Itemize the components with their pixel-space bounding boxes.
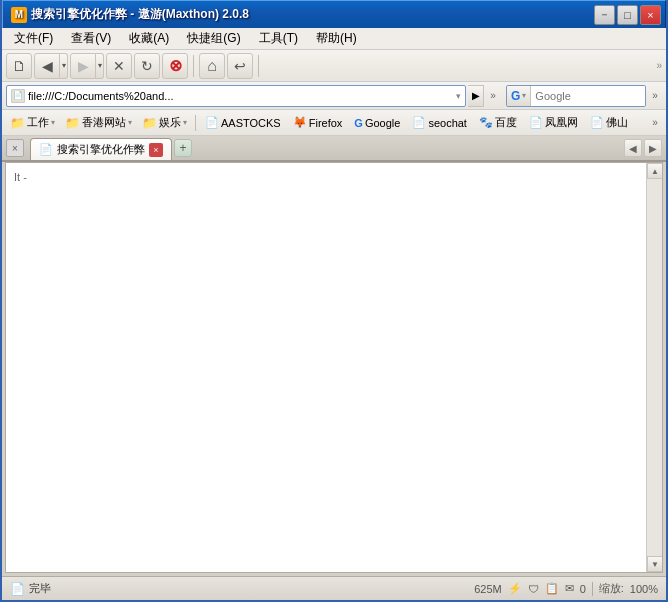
menu-bar: 文件(F) 查看(V) 收藏(A) 快捷组(G) 工具(T) 帮助(H) [2,28,666,50]
content-area: It - ▲ ▼ [5,162,663,573]
toolbar-separator-2 [258,55,259,77]
bookmark-firefox[interactable]: 🦊 Firefox [288,114,348,131]
security-icon: 🛡 [528,583,539,595]
title-bar-text: M 搜索引擎优化作弊 - 遨游(Maxthon) 2.0.8 [7,6,249,23]
address-bar-row: 📄 file:///C:/Documents%20and... ▾ ▶ » G … [2,82,666,110]
status-bar: 📄 完毕 625M ⚡ 🛡 📋 ✉ 0 缩放: 100% [2,576,666,600]
address-text: file:///C:/Documents%20and... [28,90,454,102]
folder-icon-hk: 📁 [65,116,80,130]
stop-button[interactable]: ✕ [106,53,132,79]
bm-separator [195,115,196,131]
bookmark-folder-entertainment[interactable]: 📁 娱乐 ▾ [138,113,191,132]
bookmark-ifeng[interactable]: 📄 凤凰网 [524,113,583,132]
menu-view[interactable]: 查看(V) [63,28,119,49]
maximize-button[interactable]: □ [617,5,638,25]
bookmark-seochat[interactable]: 📄 seochat [407,114,472,131]
mail-icon: ✉ [565,582,574,595]
bookmark-folder-work[interactable]: 📁 工作 ▾ [6,113,59,132]
close-button[interactable]: × [640,5,661,25]
aastocks-icon: 📄 [205,116,219,129]
status-right-area: 625M ⚡ 🛡 📋 ✉ 0 缩放: 100% [474,581,658,596]
back-button[interactable]: ◀ [34,53,60,79]
google-bookmark-icon: G [354,117,363,129]
forward-dropdown[interactable]: ▾ [96,53,104,79]
app-icon: M [11,7,27,23]
scroll-up-button[interactable]: ▲ [647,163,663,179]
search-input[interactable] [531,86,645,106]
address-favicon: 📄 [11,89,25,103]
back-dropdown[interactable]: ▾ [60,53,68,79]
menu-quickgroup[interactable]: 快捷组(G) [179,28,248,49]
page-content-text: It - [14,171,27,183]
zoom-label: 缩放: [599,581,624,596]
search-area: G ▾ » [506,83,662,109]
add-tab-button[interactable]: + [174,139,192,157]
minimize-button[interactable]: － [594,5,615,25]
toolbar-separator-1 [193,55,194,77]
address-expand[interactable]: » [486,83,500,109]
folder-icon-entertainment: 📁 [142,116,157,130]
tab-favicon: 📄 [39,143,53,156]
scrollbar-vertical: ▲ ▼ [646,163,662,572]
back2-button[interactable]: ↩ [227,53,253,79]
google-icon: G [511,89,520,103]
tab-scroll-right[interactable]: ▶ [644,139,662,157]
address-bar-wrapper: 📄 file:///C:/Documents%20and... ▾ [6,85,466,107]
bookmark-aastocks[interactable]: 📄 AASTOCKS [200,114,286,131]
ifeng-icon: 📄 [529,116,543,129]
address-dropdown-arrow: ▾ [456,91,461,101]
search-engine-button[interactable]: G ▾ [507,86,531,106]
status-text: 完毕 [29,581,470,596]
count-badge: 0 [580,583,586,595]
search-wrapper: G ▾ [506,85,646,107]
title-bar: M 搜索引擎优化作弊 - 遨游(Maxthon) 2.0.8 － □ × [2,0,666,28]
clipboard-icon: 📋 [545,582,559,595]
home-button[interactable]: ⌂ [199,53,225,79]
status-page-icon: 📄 [10,582,25,596]
folder-dropdown-ent: ▾ [183,118,187,127]
menu-file[interactable]: 文件(F) [6,28,61,49]
scrollbar-track[interactable] [647,179,662,556]
bookmarks-bar: 📁 工作 ▾ 📁 香港网站 ▾ 📁 娱乐 ▾ 📄 AASTOCKS 🦊 Fire… [2,110,666,136]
memory-display: 625M [474,583,502,595]
new-button[interactable]: 🗋 [6,53,32,79]
bookmark-baidu[interactable]: 🐾 百度 [474,113,522,132]
search-dropdown-icon: ▾ [522,91,526,100]
folder-icon-work: 📁 [10,116,25,130]
tab-close-button[interactable]: × [149,143,163,157]
bookmark-folder-hk[interactable]: 📁 香港网站 ▾ [61,113,136,132]
close-all-tabs-button[interactable]: × [6,139,24,157]
forward-button[interactable]: ▶ [70,53,96,79]
window-controls: － □ × [594,5,661,25]
bookmarks-expand[interactable]: » [648,112,662,134]
address-go-button[interactable]: ▶ [468,85,484,107]
zoom-value: 100% [630,583,658,595]
toolbar-expand[interactable]: » [656,60,662,71]
refresh-button[interactable]: ↻ [134,53,160,79]
bookmark-foshan[interactable]: 📄 佛山 [585,113,633,132]
menu-tools[interactable]: 工具(T) [251,28,306,49]
browser-window: M 搜索引擎优化作弊 - 遨游(Maxthon) 2.0.8 － □ × 文件(… [0,0,668,602]
status-divider [592,582,593,596]
tab-bar: × 📄 搜索引擎优化作弊 × + ◀ ▶ [2,136,666,162]
menu-help[interactable]: 帮助(H) [308,28,365,49]
tab-right-controls: ◀ ▶ [624,139,662,157]
folder-dropdown-hk: ▾ [128,118,132,127]
foshan-icon: 📄 [590,116,604,129]
tab-active[interactable]: 📄 搜索引擎优化作弊 × [30,138,172,160]
folder-dropdown-work: ▾ [51,118,55,127]
menu-favorites[interactable]: 收藏(A) [121,28,177,49]
firefox-icon: 🦊 [293,116,307,129]
seochat-icon: 📄 [412,116,426,129]
baidu-icon: 🐾 [479,116,493,129]
lightning-icon: ⚡ [508,582,522,595]
scroll-down-button[interactable]: ▼ [647,556,663,572]
toolbar: 🗋 ◀ ▾ ▶ ▾ ✕ ↻ ⊗ ⌂ ↩ » [2,50,666,82]
tab-scroll-left[interactable]: ◀ [624,139,642,157]
bookmark-google[interactable]: G Google [349,115,405,131]
stop-red-button[interactable]: ⊗ [162,53,188,79]
search-expand[interactable]: » [648,83,662,109]
